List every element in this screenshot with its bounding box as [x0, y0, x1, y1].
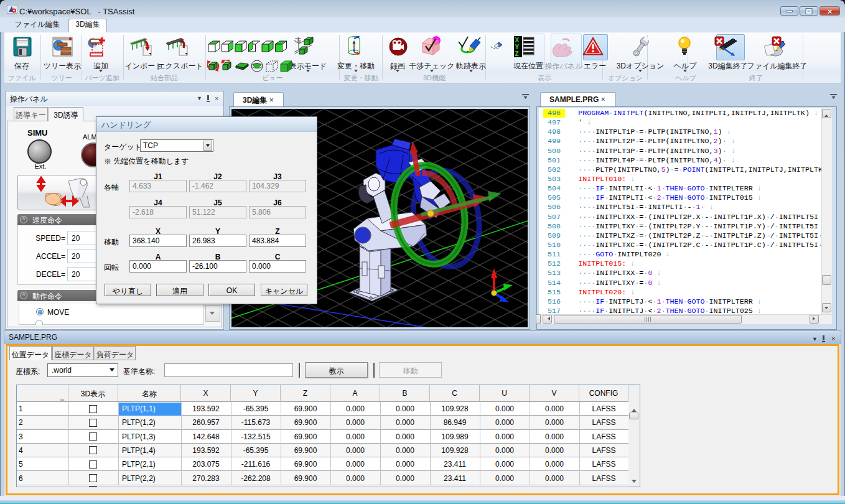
svg-text:Z: Z: [515, 50, 519, 57]
svg-text:X: X: [515, 37, 520, 44]
svg-text:Y: Y: [515, 44, 520, 50]
